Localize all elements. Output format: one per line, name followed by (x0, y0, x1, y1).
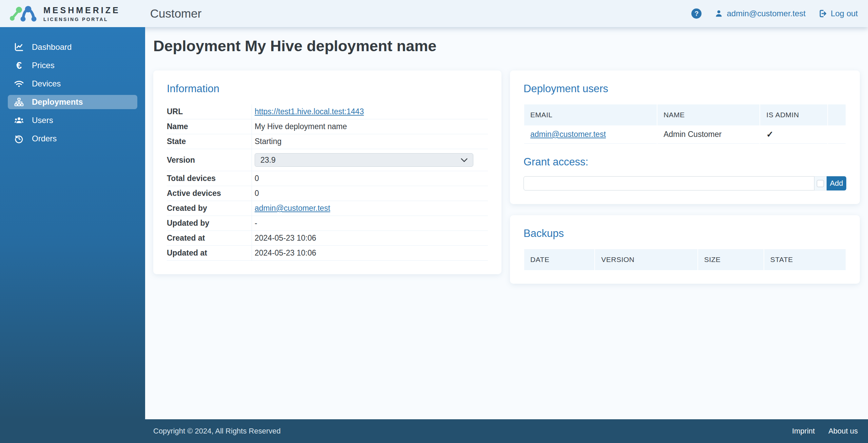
info-row-state: State Starting (167, 134, 488, 149)
info-label: Created by (167, 201, 252, 216)
info-row-total-devices: Total devices 0 (167, 171, 488, 186)
deployment-users-card: Deployment users EMAIL NAME IS ADMIN (510, 71, 860, 204)
grant-access-group: Add (524, 176, 846, 190)
sidebar-item-deployments[interactable]: Deployments (8, 95, 137, 109)
topbar-right: ? admin@customer.test Log out (691, 8, 858, 19)
info-value: 0 (252, 171, 488, 186)
version-select[interactable]: 23.9 (255, 153, 473, 167)
help-icon[interactable]: ? (691, 8, 702, 19)
logout-icon (818, 9, 827, 18)
info-row-name: Name My Hive deployment name (167, 119, 488, 134)
column-header-date: DATE (524, 249, 594, 270)
info-row-url: URL https://test1.hive.local.test:1443 (167, 104, 488, 119)
main-content: Deployment My Hive deployment name Infor… (145, 27, 868, 419)
footer: Copyright © 2024, All Rights Reserved Im… (0, 419, 868, 443)
version-select-value: 23.9 (260, 156, 276, 165)
info-label: State (167, 134, 252, 149)
copyright-text: Copyright © 2024, All Rights Reserved (153, 427, 281, 436)
column-header-actions (828, 104, 846, 125)
info-value: 2024-05-23 10:06 (252, 246, 488, 260)
brand-name: MESHMERIZE (43, 5, 120, 15)
add-user-button[interactable]: Add (827, 176, 846, 190)
sidebar-item-label: Devices (32, 79, 61, 88)
deployment-url-link[interactable]: https://test1.hive.local.test:1443 (255, 107, 364, 116)
info-row-active-devices: Active devices 0 (167, 186, 488, 201)
info-row-updated-at: Updated at 2024-05-23 10:06 (167, 246, 488, 261)
backups-title: Backups (524, 227, 846, 240)
is-admin-check-icon: ✓ (766, 129, 773, 139)
table-header-row: EMAIL NAME IS ADMIN (524, 104, 846, 125)
sidebar: Dashboard € Prices Devices (0, 27, 145, 419)
table-row: admin@customer.test Admin Customer ✓ (524, 125, 846, 144)
information-card: Information URL https://test1.hive.local… (153, 71, 501, 274)
history-icon (14, 134, 24, 143)
deployment-users-table: EMAIL NAME IS ADMIN admin@customer.test … (524, 104, 846, 144)
info-label: Updated at (167, 246, 252, 260)
column-header-size: SIZE (698, 249, 764, 270)
sidebar-item-prices[interactable]: € Prices (0, 56, 145, 75)
info-value: My Hive deployment name (252, 119, 488, 134)
brand-subtitle: LICENSING PORTAL (43, 17, 120, 22)
info-value: - (252, 216, 488, 230)
about-us-link[interactable]: About us (828, 427, 858, 436)
column-header-name: NAME (657, 104, 760, 125)
sidebar-item-label: Orders (32, 134, 57, 143)
column-header-is-admin: IS ADMIN (760, 104, 827, 125)
info-label: Updated by (167, 216, 252, 230)
brand-logo[interactable]: MESHMERIZE LICENSING PORTAL (9, 5, 120, 22)
user-name-cell: Admin Customer (657, 125, 760, 144)
chevron-down-icon (461, 158, 468, 162)
info-label: Name (167, 119, 252, 134)
logout-label: Log out (831, 9, 858, 18)
info-value: Starting (252, 134, 488, 149)
sidebar-item-orders[interactable]: Orders (0, 129, 145, 148)
sidebar-item-label: Users (32, 116, 53, 125)
backups-table: DATE VERSION SIZE STATE (524, 249, 846, 270)
app-title: Customer (150, 7, 202, 20)
info-value: 0 (252, 186, 488, 201)
grant-access-checkbox-segment (814, 176, 827, 190)
user-menu[interactable]: admin@customer.test (714, 9, 805, 18)
created-by-link[interactable]: admin@customer.test (255, 204, 330, 213)
sidebar-item-devices[interactable]: Devices (0, 75, 145, 93)
info-row-updated-by: Updated by - (167, 216, 488, 231)
grant-access-input[interactable] (524, 176, 814, 190)
imprint-link[interactable]: Imprint (792, 427, 815, 436)
sidebar-item-dashboard[interactable]: Dashboard (0, 38, 145, 56)
users-icon (14, 116, 24, 125)
user-email-link[interactable]: admin@customer.test (530, 130, 606, 139)
sidebar-item-label: Dashboard (32, 42, 72, 52)
column-header-version: VERSION (595, 249, 697, 270)
topbar: MESHMERIZE LICENSING PORTAL Customer ? a… (0, 0, 868, 27)
chart-line-icon (14, 42, 24, 52)
info-label: URL (167, 104, 252, 119)
info-row-created-at: Created at 2024-05-23 10:06 (167, 231, 488, 246)
logout-button[interactable]: Log out (818, 9, 858, 18)
info-row-created-by: Created by admin@customer.test (167, 201, 488, 216)
info-label: Active devices (167, 186, 252, 201)
user-email: admin@customer.test (727, 9, 805, 18)
sidebar-item-label: Prices (32, 61, 55, 70)
info-label: Created at (167, 231, 252, 245)
euro-icon: € (14, 61, 24, 71)
grant-access-title: Grant access: (524, 156, 846, 168)
wifi-icon (14, 79, 24, 89)
sitemap-icon (14, 97, 24, 107)
information-table: URL https://test1.hive.local.test:1443 N… (167, 104, 488, 261)
page-title: Deployment My Hive deployment name (153, 37, 860, 55)
content-area: Dashboard € Prices Devices (0, 27, 868, 419)
sidebar-item-users[interactable]: Users (0, 111, 145, 129)
deployment-users-title: Deployment users (524, 83, 846, 95)
grant-access-checkbox[interactable] (817, 180, 824, 187)
info-label: Total devices (167, 171, 252, 186)
brand-text: MESHMERIZE LICENSING PORTAL (43, 5, 120, 22)
backups-card: Backups DATE VERSION SIZE STATE (510, 215, 860, 284)
information-title: Information (167, 83, 488, 95)
user-icon (714, 9, 723, 18)
column-header-email: EMAIL (524, 104, 657, 125)
table-header-row: DATE VERSION SIZE STATE (524, 249, 846, 270)
column-header-state: STATE (764, 249, 846, 270)
info-label: Version (167, 149, 252, 171)
sidebar-item-label: Deployments (32, 97, 83, 107)
info-value: 2024-05-23 10:06 (252, 231, 488, 245)
